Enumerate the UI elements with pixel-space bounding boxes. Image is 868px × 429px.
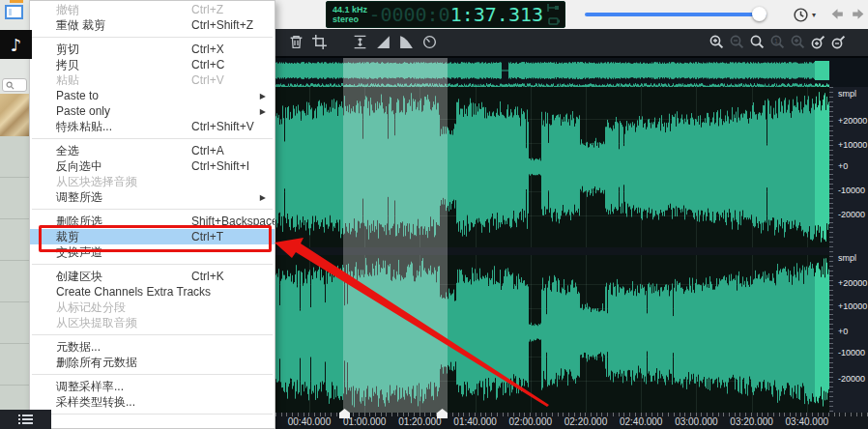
knob-icon[interactable] <box>421 34 438 50</box>
file-thumbnail[interactable] <box>0 94 29 136</box>
history-button[interactable]: ▾ <box>793 5 822 24</box>
zoom-one-to-one-icon[interactable]: 1 <box>769 34 786 50</box>
back-arrow-icon[interactable] <box>829 6 846 22</box>
menu-item-label: 重做 裁剪 <box>56 17 105 34</box>
menu-item-label: Paste only <box>56 104 110 118</box>
menu-item-delete-selected[interactable]: 删除所选Shift+Backspace <box>30 214 275 229</box>
audio-editor-window: 44.1 kHz stereo -0000:01:37.313 ▾ 1 smpl… <box>0 0 868 429</box>
menu-item-label: 从区块选择音频 <box>56 174 137 190</box>
waveform-overview[interactable] <box>275 56 829 89</box>
menu-item-split-at-markers[interactable]: 从标记处分段 <box>30 300 275 315</box>
display-mode-icons[interactable] <box>547 3 563 26</box>
menu-item-delete-all-metadata[interactable]: 删除所有元数据 <box>30 355 275 370</box>
menu-item-label: 删除所有元数据 <box>56 355 137 371</box>
menu-item-label: 反向选中 <box>56 158 102 175</box>
time-tick-label: 02:40.000 <box>612 416 670 427</box>
menu-item-label: 创建区块 <box>56 269 102 285</box>
menu-item-label: 粘贴 <box>56 72 79 89</box>
svg-text:1: 1 <box>774 38 778 44</box>
edit-tools-group <box>288 34 438 50</box>
toolbar-separator <box>334 42 345 43</box>
crop-icon[interactable] <box>311 34 328 50</box>
waveform-main-canvas[interactable] <box>275 87 829 413</box>
search-input[interactable] <box>2 78 27 92</box>
volume-slider-track[interactable] <box>585 13 767 16</box>
menu-item-adjust-selection[interactable]: 调整所选▶ <box>30 189 275 205</box>
menu-item-shortcut: Ctrl+X <box>191 43 224 56</box>
menu-item-shortcut: Ctrl+V <box>191 73 224 87</box>
menu-item-label: 特殊粘贴... <box>56 119 112 135</box>
amplitude-scale: smpl+20000+10000+0-10000-20000smpl+20000… <box>829 87 868 413</box>
scale-tick-label: -10000 <box>838 186 865 195</box>
menu-separator <box>32 414 273 415</box>
menu-item-invert-selection[interactable]: 反向选中Ctrl+Shift+I <box>30 158 275 174</box>
menu-item-label: 采样类型转换... <box>56 394 135 411</box>
forward-arrow-icon[interactable] <box>850 6 866 22</box>
menu-item-create-channels-extra-tracks[interactable]: Create Channels Extra Tracks <box>30 284 275 300</box>
normalize-icon[interactable] <box>352 34 368 50</box>
volume-slider-knob[interactable] <box>752 7 767 21</box>
scale-tick-label: smpl <box>838 89 856 99</box>
time-tick-label: 03:20.000 <box>723 416 781 427</box>
menu-separator <box>32 374 273 375</box>
sidebar-file-list[interactable] <box>0 136 29 410</box>
menu-item-create-region[interactable]: 创建区块Ctrl+K <box>30 269 275 284</box>
vertical-zoom-out-icon[interactable] <box>830 34 847 50</box>
zoom-selection-icon[interactable] <box>790 34 806 50</box>
menu-item-paste-special[interactable]: 特殊粘贴...Ctrl+Shift+V <box>30 119 275 134</box>
menu-item-select-audio-from-region[interactable]: 从区块选择音频 <box>30 174 275 189</box>
menu-item-swap-channels[interactable]: 交换声道 <box>30 244 275 260</box>
menu-item-label: Paste to <box>56 89 99 102</box>
overview-right-filler <box>829 56 868 89</box>
zoom-out-icon[interactable] <box>729 34 745 50</box>
waveform-main-view[interactable] <box>275 87 829 413</box>
menu-item-trim[interactable]: 裁剪Ctrl+T <box>30 229 275 244</box>
menu-item-shortcut: Ctrl+C <box>191 58 224 72</box>
menu-item-shortcut: Ctrl+T <box>191 230 223 243</box>
timeline-ruler[interactable]: 00:40.00001:00.00001:20.00001:40.00002:0… <box>275 413 868 429</box>
trash-icon[interactable] <box>288 34 304 50</box>
scale-tick-label: +20000 <box>838 116 867 126</box>
menu-item-extract-audio-from-region[interactable]: 从区块提取音频 <box>30 315 275 330</box>
menu-item-shortcut: Ctrl+Z <box>191 3 223 16</box>
menu-item-copy[interactable]: 拷贝Ctrl+C <box>30 57 275 72</box>
submenu-arrow-icon: ▶ <box>260 193 266 202</box>
menu-item-undo[interactable]: 撤销Ctrl+Z <box>30 2 275 17</box>
time-display[interactable]: 44.1 kHz stereo -0000:01:37.313 <box>326 1 565 28</box>
menu-item-label: 撤销 <box>56 2 79 18</box>
menu-item-label: 删除所选 <box>56 214 102 230</box>
selection-tool-icon[interactable] <box>5 5 23 19</box>
menu-item-label: 交换声道 <box>56 244 102 261</box>
menu-item-redo-trim[interactable]: 重做 裁剪Ctrl+Shift+Z <box>30 17 275 33</box>
menu-item-paste-to[interactable]: Paste to▶ <box>30 88 275 103</box>
fade-in-icon[interactable] <box>375 34 391 50</box>
waveform-overview-canvas[interactable] <box>275 58 829 87</box>
time-bright-digits: 1:37.313 <box>450 3 543 26</box>
menu-item-cut[interactable]: 剪切Ctrl+X <box>30 42 275 57</box>
menu-item-select-all[interactable]: 全选Ctrl+A <box>30 143 275 158</box>
menu-item-shortcut: Ctrl+Shift+V <box>191 120 254 133</box>
menu-separator <box>32 334 273 335</box>
zoom-fit-icon[interactable] <box>749 34 766 50</box>
zoom-in-icon[interactable] <box>709 34 725 50</box>
app-logo[interactable]: ♪ <box>0 30 32 59</box>
file-list-icon <box>18 414 33 425</box>
menu-separator <box>32 209 273 210</box>
scale-tick-label: +0 <box>838 161 848 171</box>
menu-item-paste[interactable]: 粘贴Ctrl+V <box>30 72 275 88</box>
menu-item-shortcut: Ctrl+Shift+I <box>191 159 249 173</box>
menu-item-sample-type-conversion[interactable]: 采样类型转换... <box>30 394 275 410</box>
vertical-zoom-in-icon[interactable] <box>810 34 826 50</box>
menu-item-paste-only[interactable]: Paste only▶ <box>30 103 275 119</box>
sidebar-accent <box>10 0 23 3</box>
submenu-arrow-icon: ▶ <box>260 107 266 116</box>
menu-item-label: 从标记处分段 <box>56 300 126 316</box>
time-tick-label: 00:40.000 <box>280 416 338 427</box>
time-dim-digits: -0000:0 <box>368 3 449 26</box>
menu-item-metadata[interactable]: 元数据... <box>30 339 275 355</box>
scale-tick-label: -10000 <box>838 348 865 358</box>
menu-item-adjust-sample-rate[interactable]: 调整采样率... <box>30 379 275 394</box>
file-list-toggle-button[interactable] <box>0 410 51 429</box>
fade-out-icon[interactable] <box>398 34 415 50</box>
edit-menu-popup: 撤销Ctrl+Z重做 裁剪Ctrl+Shift+Z剪切Ctrl+X拷贝Ctrl+… <box>29 0 275 429</box>
